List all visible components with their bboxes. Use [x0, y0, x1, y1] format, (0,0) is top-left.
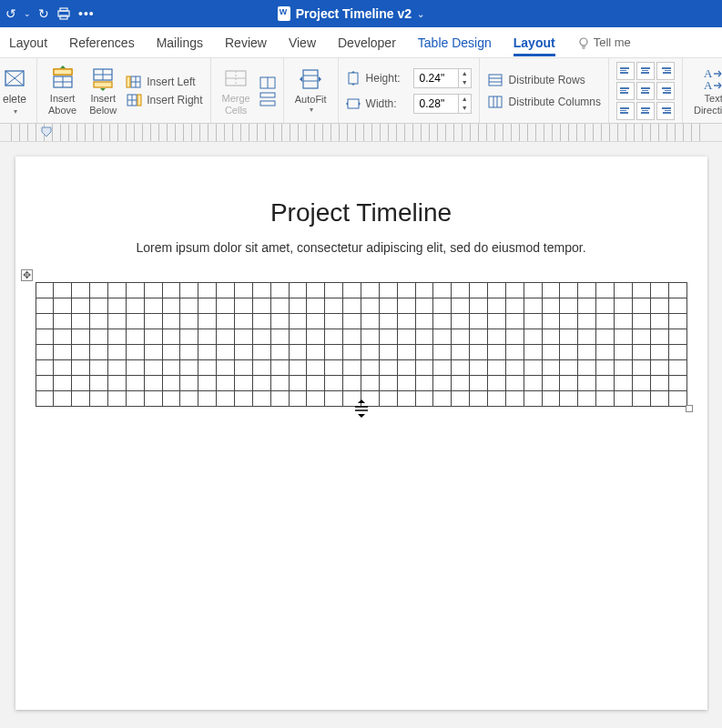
table-cell[interactable] — [505, 314, 524, 329]
height-spinner[interactable]: ▲▼ — [413, 68, 472, 88]
table-cell[interactable] — [217, 391, 235, 407]
table-cell[interactable] — [217, 283, 235, 298]
table-cell[interactable] — [144, 283, 162, 298]
table-cell[interactable] — [668, 391, 686, 407]
table-cell[interactable] — [72, 298, 90, 314]
table-cell[interactable] — [632, 314, 650, 329]
table-cell[interactable] — [433, 376, 452, 391]
table-cell[interactable] — [668, 283, 686, 298]
table-cell[interactable] — [72, 376, 90, 391]
table-cell[interactable] — [650, 391, 668, 407]
table-cell[interactable] — [325, 314, 343, 329]
table-cell[interactable] — [270, 345, 289, 360]
table-cell[interactable] — [217, 345, 235, 360]
table-cell[interactable] — [470, 391, 488, 407]
table-cell[interactable] — [217, 376, 235, 391]
tab-references[interactable]: References — [69, 30, 135, 56]
table-cell[interactable] — [54, 283, 72, 298]
table-cell[interactable] — [397, 283, 415, 298]
table-cell[interactable] — [217, 360, 235, 376]
table-cell[interactable] — [650, 314, 668, 329]
width-spinner[interactable]: ▲▼ — [413, 94, 472, 114]
table-cell[interactable] — [596, 329, 615, 345]
document-table[interactable] — [36, 282, 687, 407]
table-cell[interactable] — [307, 391, 325, 407]
table-cell[interactable] — [307, 345, 325, 360]
table-cell[interactable] — [90, 314, 108, 329]
table-cell[interactable] — [505, 329, 524, 345]
table-cell[interactable] — [107, 391, 126, 407]
height-input[interactable] — [414, 72, 458, 85]
table-cell[interactable] — [107, 329, 126, 345]
table-cell[interactable] — [90, 329, 108, 345]
table-cell[interactable] — [234, 345, 252, 360]
table-cell[interactable] — [452, 314, 470, 329]
table-cell[interactable] — [596, 314, 615, 329]
table-cell[interactable] — [487, 376, 505, 391]
table-cell[interactable] — [361, 360, 379, 376]
table-cell[interactable] — [180, 391, 198, 407]
table-cell[interactable] — [252, 314, 270, 329]
table-cell[interactable] — [524, 283, 542, 298]
table-cell[interactable] — [578, 283, 596, 298]
table-cell[interactable] — [162, 360, 180, 376]
table-cell[interactable] — [361, 345, 379, 360]
table-cell[interactable] — [632, 283, 650, 298]
table-cell[interactable] — [36, 314, 54, 329]
table-cell[interactable] — [542, 360, 560, 376]
table-cell[interactable] — [307, 283, 325, 298]
table-cell[interactable] — [36, 391, 54, 407]
table-cell[interactable] — [668, 376, 686, 391]
table-cell[interactable] — [415, 298, 433, 314]
table-cell[interactable] — [560, 391, 578, 407]
table-cell[interactable] — [433, 314, 452, 329]
table-cell[interactable] — [505, 360, 524, 376]
table-cell[interactable] — [198, 345, 217, 360]
tab-layout[interactable]: Layout — [9, 30, 47, 56]
table-cell[interactable] — [560, 376, 578, 391]
table-row[interactable] — [36, 360, 686, 376]
align-top-center[interactable] — [636, 62, 655, 80]
table-cell[interactable] — [632, 298, 650, 314]
table-cell[interactable] — [560, 298, 578, 314]
table-cell[interactable] — [415, 314, 433, 329]
page-heading[interactable]: Project Timeline — [34, 198, 689, 228]
distribute-rows-button[interactable]: Distribute Rows — [487, 73, 601, 87]
table-cell[interactable] — [180, 283, 198, 298]
table-cell[interactable] — [72, 345, 90, 360]
table-cell[interactable] — [668, 298, 686, 314]
align-middle-center[interactable] — [636, 82, 655, 100]
table-cell[interactable] — [90, 283, 108, 298]
table-cell[interactable] — [325, 376, 343, 391]
table-cell[interactable] — [72, 360, 90, 376]
table-cell[interactable] — [379, 391, 397, 407]
table-cell[interactable] — [542, 298, 560, 314]
table-cell[interactable] — [470, 298, 488, 314]
table-cell[interactable] — [343, 283, 361, 298]
table-cell[interactable] — [505, 283, 524, 298]
table-cell[interactable] — [180, 298, 198, 314]
delete-button[interactable]: elete ▾ — [0, 64, 29, 117]
table-cell[interactable] — [126, 298, 144, 314]
align-top-left[interactable] — [616, 62, 635, 80]
undo-button[interactable]: ↺ — [5, 6, 16, 21]
table-cell[interactable] — [180, 360, 198, 376]
table-cell[interactable] — [289, 345, 307, 360]
table-cell[interactable] — [289, 283, 307, 298]
table-cell[interactable] — [615, 360, 633, 376]
table-cell[interactable] — [615, 345, 633, 360]
table-cell[interactable] — [252, 360, 270, 376]
table-cell[interactable] — [198, 360, 217, 376]
insert-above-button[interactable]: Insert Above — [45, 64, 80, 116]
table-cell[interactable] — [144, 391, 162, 407]
width-down[interactable]: ▼ — [459, 104, 471, 113]
table-cell[interactable] — [487, 283, 505, 298]
print-button[interactable] — [56, 7, 71, 20]
table-cell[interactable] — [234, 314, 252, 329]
table-cell[interactable] — [343, 298, 361, 314]
table-cell[interactable] — [615, 283, 633, 298]
table-cell[interactable] — [578, 298, 596, 314]
insert-left-button[interactable]: Insert Left — [126, 75, 202, 89]
table-cell[interactable] — [470, 329, 488, 345]
tab-developer[interactable]: Developer — [338, 30, 396, 56]
